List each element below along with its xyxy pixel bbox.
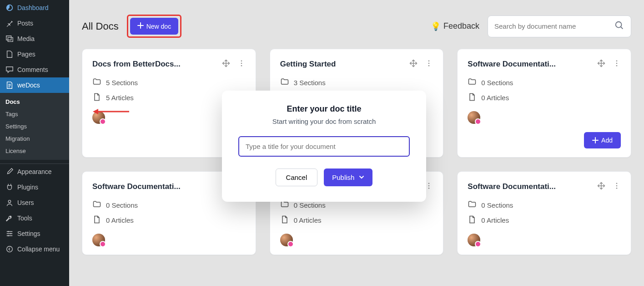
sections-row: 0 Sections <box>92 200 246 210</box>
dashboard-icon <box>5 4 14 12</box>
bulb-icon: 💡 <box>431 21 441 31</box>
svg-point-19 <box>428 185 430 187</box>
svg-point-0 <box>8 200 10 203</box>
sidebar-sub-migration[interactable]: Migration <box>0 133 69 145</box>
sidebar-item-tools[interactable]: Tools <box>0 210 69 226</box>
articles-row: 0 Articles <box>468 92 621 103</box>
author-avatar <box>280 234 293 246</box>
more-icon[interactable] <box>237 59 246 69</box>
sidebar-sub-docs[interactable]: Docs <box>0 96 69 108</box>
doc-title-input[interactable] <box>238 136 410 157</box>
wrench-icon <box>5 214 14 222</box>
sections-row: 3 Sections <box>280 77 433 88</box>
sidebar-item-users[interactable]: Users <box>0 195 69 210</box>
folder-icon <box>92 77 101 88</box>
page-title: All Docs <box>82 20 119 32</box>
search-box[interactable] <box>488 15 631 37</box>
folder-icon <box>468 77 477 88</box>
move-icon[interactable] <box>222 59 230 69</box>
sidebar-sub-settings[interactable]: Settings <box>0 120 69 133</box>
sidebar-item-wedocs[interactable]: weDocs <box>0 77 69 93</box>
brush-icon <box>5 168 14 176</box>
sections-row: 0 Sections <box>468 200 621 210</box>
move-icon[interactable] <box>409 59 418 69</box>
sidebar-item-settings[interactable]: Settings <box>0 226 69 241</box>
author-avatar <box>92 234 105 246</box>
more-icon[interactable] <box>613 59 621 69</box>
new-doc-modal: Enter your doc title Start writing your … <box>222 91 426 202</box>
new-doc-label: New doc <box>146 23 171 30</box>
svg-point-22 <box>616 185 618 187</box>
sidebar-sub-tags[interactable]: Tags <box>0 108 69 120</box>
more-icon[interactable] <box>425 182 433 192</box>
svg-point-3 <box>8 235 9 236</box>
svg-point-11 <box>428 65 430 66</box>
search-icon <box>614 20 624 32</box>
card-title: Getting Started <box>280 60 336 69</box>
sidebar-item-posts[interactable]: Posts <box>0 15 69 31</box>
add-button[interactable]: Add <box>584 132 621 148</box>
sidebar-item-media[interactable]: Media <box>0 31 69 46</box>
page-icon <box>5 50 14 58</box>
sidebar-item-pages[interactable]: Pages <box>0 46 69 62</box>
sidebar-item-appearance[interactable]: Appearance <box>0 164 69 179</box>
topbar: All Docs New doc 💡 Feedback <box>82 0 631 49</box>
svg-point-5 <box>616 21 622 27</box>
sidebar-label: Collapse menu <box>17 245 60 253</box>
feedback-link[interactable]: 💡 Feedback <box>431 21 479 31</box>
comment-icon <box>5 66 14 74</box>
folder-icon <box>280 77 289 88</box>
sidebar-label: Posts <box>17 20 33 27</box>
sidebar-sub-license[interactable]: License <box>0 145 69 157</box>
annotation-highlight: New doc <box>127 15 181 38</box>
sidebar-label: Pages <box>17 51 35 58</box>
sidebar-label: Comments <box>17 66 48 73</box>
modal-title: Enter your doc title <box>238 104 410 114</box>
svg-point-20 <box>428 188 430 189</box>
sidebar-item-plugins[interactable]: Plugins <box>0 179 69 195</box>
doc-card: Software Documentati... 0 Sections0 Arti… <box>457 49 631 158</box>
svg-point-12 <box>616 60 618 61</box>
cancel-button[interactable]: Cancel <box>276 169 318 186</box>
new-doc-button[interactable]: New doc <box>130 18 178 35</box>
media-icon <box>5 35 14 43</box>
svg-point-23 <box>616 188 618 189</box>
svg-point-13 <box>616 63 618 64</box>
file-icon <box>92 92 101 103</box>
file-icon <box>468 92 477 103</box>
file-icon <box>280 215 289 225</box>
author-avatar <box>92 111 105 124</box>
svg-point-8 <box>241 65 242 66</box>
sidebar-item-dashboard[interactable]: Dashboard <box>0 0 69 15</box>
file-icon <box>92 215 101 225</box>
svg-point-9 <box>428 60 430 61</box>
search-input[interactable] <box>494 22 614 30</box>
sidebar-submenu: Docs Tags Settings Migration License <box>0 93 69 160</box>
author-avatar <box>468 234 480 246</box>
move-icon[interactable] <box>597 59 605 69</box>
sidebar-label: Users <box>17 199 34 206</box>
sidebar-item-collapse[interactable]: Collapse menu <box>0 241 69 257</box>
sidebar-label: Plugins <box>17 184 38 191</box>
author-avatar <box>468 111 480 124</box>
plug-icon <box>5 183 14 191</box>
more-icon[interactable] <box>425 59 433 69</box>
publish-button[interactable]: Publish <box>324 169 372 186</box>
folder-icon <box>92 200 101 210</box>
sections-row: 0 Sections <box>468 77 621 88</box>
svg-point-4 <box>7 246 13 252</box>
move-icon[interactable] <box>597 182 605 192</box>
sidebar-label: Media <box>17 35 35 42</box>
card-title: Software Documentati... <box>92 182 181 191</box>
sidebar-item-comments[interactable]: Comments <box>0 62 69 77</box>
folder-icon <box>468 200 477 210</box>
svg-point-10 <box>428 63 430 64</box>
user-icon <box>5 199 14 207</box>
sidebar-label: Settings <box>17 230 40 237</box>
articles-row: 0 Articles <box>280 215 433 225</box>
sidebar-label: Appearance <box>17 168 52 175</box>
more-icon[interactable] <box>613 182 621 192</box>
svg-point-21 <box>616 183 618 184</box>
feedback-label: Feedback <box>443 21 479 31</box>
plus-icon <box>137 22 144 30</box>
